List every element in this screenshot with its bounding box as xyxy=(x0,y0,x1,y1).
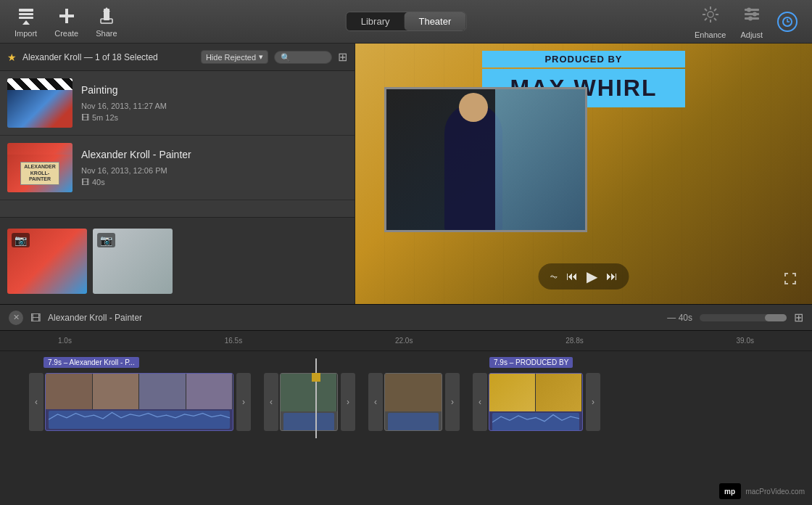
preview-image: PRODUCED BY MAX WHIRL ⏦ ⏮ ▶ xyxy=(355,44,812,304)
svg-rect-0 xyxy=(19,9,33,12)
grid-view-icon[interactable]: ⊞ xyxy=(338,50,347,64)
camera-icon-2: 📷 xyxy=(97,233,115,247)
timeline-scroll-thumb xyxy=(765,314,787,321)
item-date-painter: Nov 16, 2013, 12:06 PM xyxy=(81,166,347,175)
star-icon: ★ xyxy=(7,52,17,63)
svg-point-17 xyxy=(708,12,713,17)
create-button[interactable]: Create xyxy=(54,6,78,38)
main-area: ★ Alexander Kroll — 1 of 18 Selected Hid… xyxy=(0,44,812,305)
svg-marker-3 xyxy=(22,20,30,25)
main-video-track: ‹ › ‹ xyxy=(29,373,783,431)
timecode-1: 16.5s xyxy=(225,337,242,345)
close-timeline-button[interactable]: ✕ xyxy=(9,311,23,325)
clip2-label: 7.9s – PRODUCED BY xyxy=(489,357,573,368)
svg-point-23 xyxy=(748,16,753,20)
clip-nav-right-3[interactable]: › xyxy=(445,373,460,431)
create-label: Create xyxy=(54,29,78,38)
video-clip-3[interactable] xyxy=(384,373,442,431)
hide-rejected-dropdown[interactable]: Hide Rejected ▾ xyxy=(201,50,268,64)
share-icon xyxy=(96,6,117,26)
thumb-wrapper-painting xyxy=(7,78,72,128)
rewind-button[interactable]: ⏮ xyxy=(566,270,578,283)
filter-bar: ★ Alexander Kroll — 1 of 18 Selected Hid… xyxy=(0,44,355,71)
fast-forward-button[interactable]: ⏭ xyxy=(606,270,618,283)
film-icon: 🎞 xyxy=(81,113,89,122)
clip-nav-left-3[interactable]: ‹ xyxy=(368,373,383,431)
svg-line-13 xyxy=(705,9,707,11)
share-label: Share xyxy=(96,29,117,38)
svg-line-16 xyxy=(705,18,707,20)
play-button[interactable]: ▶ xyxy=(587,268,597,285)
video-clip-2[interactable] xyxy=(280,373,338,431)
item-duration-painting: 🎞 5m 12s xyxy=(81,113,347,122)
watermark: mp macProVideo.com xyxy=(719,483,805,499)
adjust-button[interactable]: Adjust xyxy=(740,4,763,39)
share-button[interactable]: Share xyxy=(96,6,117,38)
svg-rect-1 xyxy=(19,13,33,15)
timecode-2: 22.0s xyxy=(395,337,413,345)
clip-nav-left-1[interactable]: ‹ xyxy=(29,373,44,431)
item-info-painting: Painting Nov 16, 2013, 11:27 AM 🎞 5m 12s xyxy=(81,84,347,122)
clip-nav-left-2[interactable]: ‹ xyxy=(264,373,278,431)
left-panel: ★ Alexander Kroll — 1 of 18 Selected Hid… xyxy=(0,44,355,304)
timecode-3: 28.8s xyxy=(566,337,583,345)
video-clip-1[interactable] xyxy=(45,373,233,431)
watermark-text: macProVideo.com xyxy=(745,488,805,496)
selection-label: Alexander Kroll — 1 of 18 Selected xyxy=(22,52,195,62)
timeline-duration: — 40s xyxy=(667,313,692,323)
film-icon-2: 🎞 xyxy=(81,178,89,186)
camera-icon-1: 📷 xyxy=(12,233,30,247)
clip-nav-left-4[interactable]: ‹ xyxy=(473,373,487,431)
filmstrip-thumb-2[interactable]: 📷 xyxy=(93,229,173,294)
title-produced-text: PRODUCED BY xyxy=(482,51,685,67)
enhance-icon xyxy=(700,4,721,28)
import-icon xyxy=(16,6,36,26)
adjust-icon xyxy=(742,4,762,28)
item-date-painting: Nov 16, 2013, 11:27 AM xyxy=(81,102,347,110)
timeline-tracks: 7.9s – Alexander Kroll - P... 7.9s – PRO… xyxy=(0,351,812,504)
timecode-0: 1.0s xyxy=(58,337,72,345)
playhead xyxy=(315,358,317,438)
svg-line-14 xyxy=(714,18,716,20)
clip-nav-right-1[interactable]: › xyxy=(236,373,251,431)
clip-nav-right-2[interactable]: › xyxy=(341,373,355,431)
create-icon xyxy=(57,6,77,26)
import-button[interactable]: Import xyxy=(14,6,37,38)
clip-nav-right-4[interactable]: › xyxy=(586,373,600,431)
playhead-indicator xyxy=(312,373,320,382)
library-item-painting[interactable]: Painting Nov 16, 2013, 11:27 AM 🎞 5m 12s xyxy=(0,71,355,136)
item-title-painting: Painting xyxy=(81,84,347,96)
svg-text:mp: mp xyxy=(724,488,735,496)
timeline-title: Alexander Kroll - Painter xyxy=(48,313,660,323)
adjust-label: Adjust xyxy=(740,30,763,39)
timeline-header: ✕ 🎞 Alexander Kroll - Painter — 40s ⊞ xyxy=(0,305,812,331)
thumb-wrapper-painter: ALEXANDERKROLL-PAINTER xyxy=(7,143,72,192)
enhance-button[interactable]: Enhance xyxy=(695,4,726,39)
frame-back-icon[interactable]: ⏦ xyxy=(550,270,558,283)
timecode-ruler: 1.0s 16.5s 22.0s 28.8s 39.0s xyxy=(0,331,812,351)
timeline-grid-icon[interactable]: ⊞ xyxy=(794,311,803,324)
video-clip-4[interactable] xyxy=(489,373,583,431)
timeline-scrollbar[interactable] xyxy=(700,314,787,321)
theater-tab[interactable]: Theater xyxy=(404,12,465,30)
import-label: Import xyxy=(14,29,37,38)
chevron-down-icon: ▾ xyxy=(259,52,263,62)
svg-line-15 xyxy=(714,9,716,11)
filmstrip-thumb-1[interactable]: 📷 xyxy=(7,229,87,294)
search-input[interactable] xyxy=(274,51,332,64)
library-item-painter[interactable]: ALEXANDERKROLL-PAINTER Alexander Kroll -… xyxy=(0,136,355,200)
timecode-4: 39.0s xyxy=(737,337,754,345)
svg-point-21 xyxy=(747,7,751,12)
preview-panel: PRODUCED BY MAX WHIRL ⏦ ⏮ ▶ xyxy=(355,44,812,304)
svg-rect-2 xyxy=(19,17,33,19)
watermark-logo: mp xyxy=(719,483,741,499)
filmstrip-area: 📷 📷 xyxy=(0,217,355,304)
library-tab[interactable]: Library xyxy=(347,12,405,30)
playback-controls: ⏦ ⏮ ▶ ⏭ xyxy=(539,263,629,290)
item-info-painter: Alexander Kroll - Painter Nov 16, 2013, … xyxy=(81,149,347,186)
fullscreen-button[interactable] xyxy=(783,271,798,290)
svg-rect-5 xyxy=(59,15,74,17)
item-duration-painter: 🎞 40s xyxy=(81,178,347,186)
inner-video-frame xyxy=(384,87,587,232)
thumbnail-painter: ALEXANDERKROLL-PAINTER xyxy=(7,143,72,192)
